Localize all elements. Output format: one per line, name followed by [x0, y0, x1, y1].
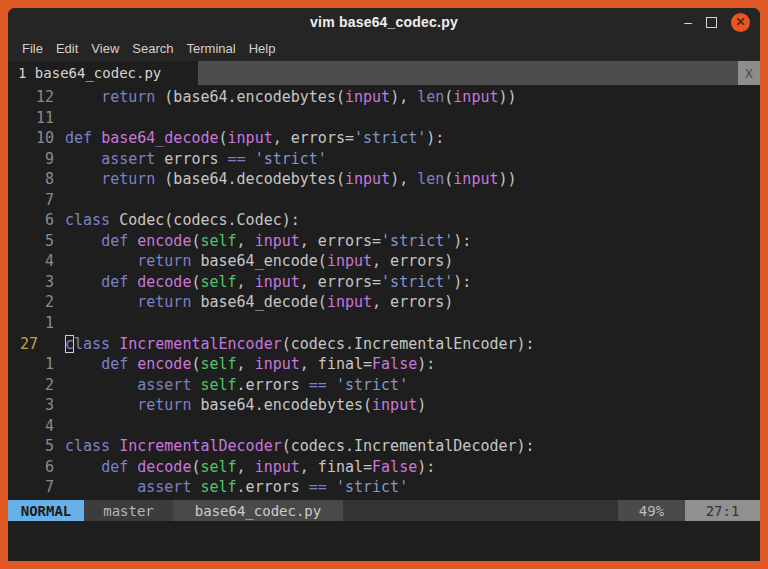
- code-line[interactable]: 1: [8, 313, 760, 334]
- window-title: vim base64_codec.py: [8, 14, 760, 30]
- code-text: def base64_decode(input, errors='strict'…: [65, 128, 444, 149]
- line-number: 2: [8, 375, 54, 396]
- line-number: 7: [8, 477, 54, 498]
- code-area[interactable]: 12 return (base64.encodebytes(input), le…: [8, 85, 760, 500]
- menu-item-file[interactable]: File: [22, 41, 43, 56]
- tabbar-filler: [198, 61, 738, 85]
- menu-item-terminal[interactable]: Terminal: [187, 41, 236, 56]
- code-line[interactable]: 6 def decode(self, input, final=False):: [8, 457, 760, 478]
- line-number: 5: [8, 231, 54, 252]
- cursor-position: 27:1: [685, 500, 760, 521]
- mode-indicator: NORMAL: [8, 500, 84, 521]
- code-line[interactable]: 7: [8, 190, 760, 211]
- code-line[interactable]: 3 return base64.encodebytes(input): [8, 395, 760, 416]
- code-text: def encode(self, input, errors='strict')…: [65, 231, 471, 252]
- status-filename: base64_codec.py: [173, 500, 343, 521]
- code-text: return base64.encodebytes(input): [65, 395, 426, 416]
- titlebar: vim base64_codec.py – ✕: [8, 8, 760, 36]
- line-number: 7: [8, 190, 54, 211]
- code-line[interactable]: 7 assert self.errors == 'strict': [8, 477, 760, 498]
- line-number: 6: [8, 210, 54, 231]
- menu-item-view[interactable]: View: [91, 41, 119, 56]
- code-line[interactable]: 6class Codec(codecs.Codec):: [8, 210, 760, 231]
- line-number: 1: [8, 354, 54, 375]
- statusbar-filler: [343, 500, 618, 521]
- line-number: 3: [8, 395, 54, 416]
- code-line[interactable]: 1 def encode(self, input, final=False):: [8, 354, 760, 375]
- current-line-number: 27: [8, 334, 54, 355]
- code-text: return base64_encode(input, errors): [65, 251, 453, 272]
- code-line[interactable]: 8 return (base64.decodebytes(input), len…: [8, 169, 760, 190]
- code-line[interactable]: 10def base64_decode(input, errors='stric…: [8, 128, 760, 149]
- code-text: class Codec(codecs.Codec):: [65, 210, 300, 231]
- git-branch: master: [84, 500, 173, 521]
- menubar: FileEditViewSearchTerminalHelp: [8, 36, 760, 61]
- code-text: assert errors == 'strict': [65, 149, 327, 170]
- line-number: 11: [8, 108, 54, 129]
- code-text: assert self.errors == 'strict': [65, 477, 408, 498]
- code-text: class IncrementalEncoder(codecs.Incremen…: [65, 334, 535, 355]
- close-button[interactable]: ✕: [731, 13, 750, 32]
- menu-item-edit[interactable]: Edit: [56, 41, 78, 56]
- code-line[interactable]: 2 return base64_decode(input, errors): [8, 292, 760, 313]
- code-text: return base64_decode(input, errors): [65, 292, 453, 313]
- line-number: 9: [8, 149, 54, 170]
- code-text: def decode(self, input, errors='strict')…: [65, 272, 471, 293]
- maximize-button[interactable]: [706, 17, 717, 28]
- line-number: 4: [8, 416, 54, 437]
- menu-item-help[interactable]: Help: [249, 41, 276, 56]
- code-line[interactable]: 5 def encode(self, input, errors='strict…: [8, 231, 760, 252]
- code-line[interactable]: 3 def decode(self, input, errors='strict…: [8, 272, 760, 293]
- code-line[interactable]: 2 assert self.errors == 'strict': [8, 375, 760, 396]
- line-number: 3: [8, 272, 54, 293]
- line-number: 5: [8, 436, 54, 457]
- line-number: 4: [8, 251, 54, 272]
- command-line[interactable]: [8, 521, 760, 561]
- code-line[interactable]: 5class IncrementalDecoder(codecs.Increme…: [8, 436, 760, 457]
- code-line[interactable]: 11: [8, 108, 760, 129]
- tabbar: 1 base64_codec.py X: [8, 61, 760, 85]
- code-line[interactable]: 9 assert errors == 'strict': [8, 149, 760, 170]
- code-text: def decode(self, input, final=False):: [65, 457, 435, 478]
- scroll-percentage: 49%: [618, 500, 685, 521]
- line-number: 12: [8, 87, 54, 108]
- menu-item-search[interactable]: Search: [132, 41, 173, 56]
- tab-base64-codec[interactable]: 1 base64_codec.py: [8, 61, 198, 85]
- line-number: 2: [8, 292, 54, 313]
- line-number: 6: [8, 457, 54, 478]
- statusbar: NORMAL master base64_codec.py 49% 27:1: [8, 500, 760, 521]
- terminal-window: vim base64_codec.py – ✕ FileEditViewSear…: [8, 8, 760, 561]
- line-number: 1: [8, 313, 54, 334]
- screen-frame: vim base64_codec.py – ✕ FileEditViewSear…: [0, 0, 768, 569]
- line-number: 8: [8, 169, 54, 190]
- minimize-button[interactable]: –: [684, 17, 692, 27]
- code-line[interactable]: 27class IncrementalEncoder(codecs.Increm…: [8, 334, 760, 355]
- code-text: return (base64.decodebytes(input), len(i…: [65, 169, 517, 190]
- code-line[interactable]: 4 return base64_encode(input, errors): [8, 251, 760, 272]
- line-number: 10: [8, 128, 54, 149]
- code-text: return (base64.encodebytes(input), len(i…: [65, 87, 517, 108]
- window-controls: – ✕: [684, 13, 760, 32]
- code-text: def encode(self, input, final=False):: [65, 354, 435, 375]
- code-text: assert self.errors == 'strict': [65, 375, 408, 396]
- code-line[interactable]: 4: [8, 416, 760, 437]
- code-line[interactable]: 12 return (base64.encodebytes(input), le…: [8, 87, 760, 108]
- code-text: class IncrementalDecoder(codecs.Incremen…: [65, 436, 535, 457]
- tab-close-button[interactable]: X: [738, 61, 760, 85]
- vim-cursor: c: [65, 335, 74, 353]
